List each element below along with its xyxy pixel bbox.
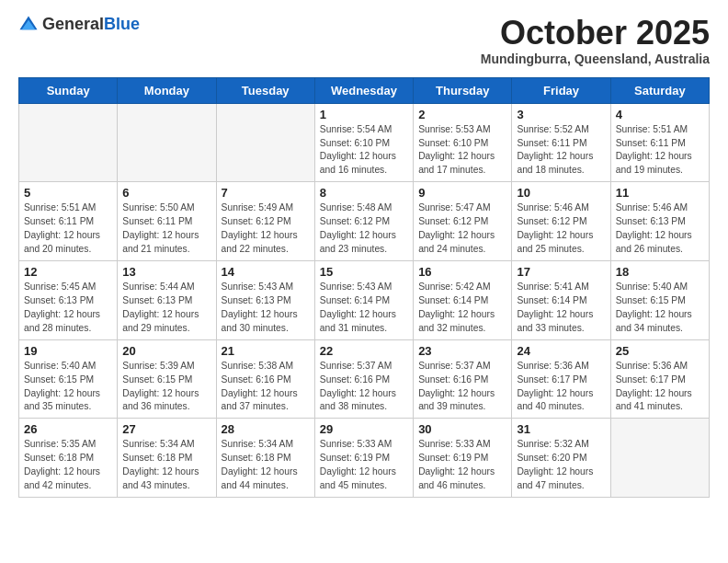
cell-info: Sunrise: 5:53 AMSunset: 6:10 PMDaylight:… bbox=[418, 123, 506, 178]
day-cell-27: 27Sunrise: 5:34 AMSunset: 6:18 PMDayligh… bbox=[118, 419, 216, 498]
cell-info: Sunrise: 5:49 AMSunset: 6:12 PMDaylight:… bbox=[222, 201, 310, 257]
cell-info: Sunrise: 5:36 AMSunset: 6:17 PMDaylight:… bbox=[616, 360, 704, 415]
day-cell-11: 11Sunrise: 5:46 AMSunset: 6:13 PMDayligh… bbox=[610, 182, 709, 261]
day-number: 25 bbox=[616, 344, 704, 358]
empty-cell bbox=[118, 103, 216, 182]
day-cell-31: 31Sunrise: 5:32 AMSunset: 6:20 PMDayligh… bbox=[512, 419, 610, 498]
day-number: 30 bbox=[418, 422, 506, 436]
day-cell-29: 29Sunrise: 5:33 AMSunset: 6:19 PMDayligh… bbox=[314, 419, 413, 498]
day-number: 24 bbox=[517, 344, 605, 358]
day-cell-20: 20Sunrise: 5:39 AMSunset: 6:15 PMDayligh… bbox=[118, 339, 216, 419]
day-cell-14: 14Sunrise: 5:43 AMSunset: 6:13 PMDayligh… bbox=[216, 260, 314, 339]
day-number: 3 bbox=[517, 108, 605, 121]
day-number: 1 bbox=[320, 108, 408, 121]
weekday-header-saturday: Saturday bbox=[610, 77, 709, 103]
day-cell-25: 25Sunrise: 5:36 AMSunset: 6:17 PMDayligh… bbox=[610, 339, 709, 419]
day-cell-16: 16Sunrise: 5:42 AMSunset: 6:14 PMDayligh… bbox=[414, 260, 512, 339]
day-cell-17: 17Sunrise: 5:41 AMSunset: 6:14 PMDayligh… bbox=[512, 260, 610, 339]
weekday-header-tuesday: Tuesday bbox=[216, 77, 314, 103]
month-title: October 2025 bbox=[481, 15, 710, 52]
day-number: 7 bbox=[222, 186, 310, 200]
day-number: 20 bbox=[122, 344, 210, 358]
week-row-5: 26Sunrise: 5:35 AMSunset: 6:18 PMDayligh… bbox=[19, 419, 710, 498]
day-number: 19 bbox=[24, 344, 112, 358]
cell-info: Sunrise: 5:37 AMSunset: 6:16 PMDaylight:… bbox=[418, 360, 506, 415]
cell-info: Sunrise: 5:38 AMSunset: 6:16 PMDaylight:… bbox=[222, 360, 310, 415]
cell-info: Sunrise: 5:51 AMSunset: 6:11 PMDaylight:… bbox=[24, 201, 112, 257]
weekday-header-friday: Friday bbox=[512, 77, 610, 103]
day-cell-2: 2Sunrise: 5:53 AMSunset: 6:10 PMDaylight… bbox=[414, 103, 512, 182]
cell-info: Sunrise: 5:50 AMSunset: 6:11 PMDaylight:… bbox=[122, 201, 210, 257]
day-cell-6: 6Sunrise: 5:50 AMSunset: 6:11 PMDaylight… bbox=[118, 182, 216, 261]
day-cell-13: 13Sunrise: 5:44 AMSunset: 6:13 PMDayligh… bbox=[118, 260, 216, 339]
day-number: 29 bbox=[320, 422, 408, 436]
weekday-header-sunday: Sunday bbox=[19, 77, 118, 103]
cell-info: Sunrise: 5:45 AMSunset: 6:13 PMDaylight:… bbox=[24, 281, 112, 336]
logo-text: GeneralBlue bbox=[42, 16, 140, 34]
cell-info: Sunrise: 5:33 AMSunset: 6:19 PMDaylight:… bbox=[320, 438, 408, 493]
day-cell-18: 18Sunrise: 5:40 AMSunset: 6:15 PMDayligh… bbox=[610, 260, 709, 339]
day-cell-21: 21Sunrise: 5:38 AMSunset: 6:16 PMDayligh… bbox=[216, 339, 314, 419]
title-area: October 2025 Mundingburra, Queensland, A… bbox=[481, 15, 710, 66]
day-cell-15: 15Sunrise: 5:43 AMSunset: 6:14 PMDayligh… bbox=[314, 260, 413, 339]
day-number: 11 bbox=[616, 186, 704, 200]
weekday-header-row: SundayMondayTuesdayWednesdayThursdayFrid… bbox=[19, 77, 710, 103]
cell-info: Sunrise: 5:34 AMSunset: 6:18 PMDaylight:… bbox=[122, 438, 210, 493]
day-cell-3: 3Sunrise: 5:52 AMSunset: 6:11 PMDaylight… bbox=[512, 103, 610, 182]
day-cell-19: 19Sunrise: 5:40 AMSunset: 6:15 PMDayligh… bbox=[19, 339, 118, 419]
day-cell-1: 1Sunrise: 5:54 AMSunset: 6:10 PMDaylight… bbox=[314, 103, 413, 182]
day-cell-10: 10Sunrise: 5:46 AMSunset: 6:12 PMDayligh… bbox=[512, 182, 610, 261]
day-cell-9: 9Sunrise: 5:47 AMSunset: 6:12 PMDaylight… bbox=[414, 182, 512, 261]
cell-info: Sunrise: 5:42 AMSunset: 6:14 PMDaylight:… bbox=[418, 281, 506, 336]
day-number: 2 bbox=[418, 108, 506, 121]
cell-info: Sunrise: 5:34 AMSunset: 6:18 PMDaylight:… bbox=[222, 438, 310, 493]
week-row-2: 5Sunrise: 5:51 AMSunset: 6:11 PMDaylight… bbox=[19, 182, 710, 261]
page-header: GeneralBlue October 2025 Mundingburra, Q… bbox=[18, 15, 710, 66]
day-number: 10 bbox=[517, 186, 605, 200]
day-number: 12 bbox=[24, 265, 112, 279]
day-number: 15 bbox=[320, 265, 408, 279]
weekday-header-monday: Monday bbox=[118, 77, 216, 103]
weekday-header-wednesday: Wednesday bbox=[314, 77, 413, 103]
day-number: 6 bbox=[122, 186, 210, 200]
day-cell-12: 12Sunrise: 5:45 AMSunset: 6:13 PMDayligh… bbox=[19, 260, 118, 339]
day-cell-4: 4Sunrise: 5:51 AMSunset: 6:11 PMDaylight… bbox=[610, 103, 709, 182]
day-cell-22: 22Sunrise: 5:37 AMSunset: 6:16 PMDayligh… bbox=[314, 339, 413, 419]
logo: GeneralBlue bbox=[18, 15, 140, 35]
day-number: 31 bbox=[517, 422, 605, 436]
cell-info: Sunrise: 5:39 AMSunset: 6:15 PMDaylight:… bbox=[122, 360, 210, 415]
day-number: 22 bbox=[320, 344, 408, 358]
day-cell-26: 26Sunrise: 5:35 AMSunset: 6:18 PMDayligh… bbox=[19, 419, 118, 498]
empty-cell bbox=[19, 103, 118, 182]
day-number: 21 bbox=[222, 344, 310, 358]
day-number: 23 bbox=[418, 344, 506, 358]
cell-info: Sunrise: 5:51 AMSunset: 6:11 PMDaylight:… bbox=[616, 123, 704, 178]
day-cell-5: 5Sunrise: 5:51 AMSunset: 6:11 PMDaylight… bbox=[19, 182, 118, 261]
cell-info: Sunrise: 5:41 AMSunset: 6:14 PMDaylight:… bbox=[517, 281, 605, 336]
weekday-header-thursday: Thursday bbox=[414, 77, 512, 103]
logo-general: General bbox=[42, 15, 104, 33]
cell-info: Sunrise: 5:48 AMSunset: 6:12 PMDaylight:… bbox=[320, 201, 408, 257]
cell-info: Sunrise: 5:43 AMSunset: 6:14 PMDaylight:… bbox=[320, 281, 408, 336]
day-number: 8 bbox=[320, 186, 408, 200]
cell-info: Sunrise: 5:37 AMSunset: 6:16 PMDaylight:… bbox=[320, 360, 408, 415]
day-cell-7: 7Sunrise: 5:49 AMSunset: 6:12 PMDaylight… bbox=[216, 182, 314, 261]
cell-info: Sunrise: 5:33 AMSunset: 6:19 PMDaylight:… bbox=[418, 438, 506, 493]
day-number: 16 bbox=[418, 265, 506, 279]
day-number: 18 bbox=[616, 265, 704, 279]
cell-info: Sunrise: 5:54 AMSunset: 6:10 PMDaylight:… bbox=[320, 123, 408, 178]
day-number: 9 bbox=[418, 186, 506, 200]
cell-info: Sunrise: 5:46 AMSunset: 6:12 PMDaylight:… bbox=[517, 201, 605, 257]
cell-info: Sunrise: 5:40 AMSunset: 6:15 PMDaylight:… bbox=[616, 281, 704, 336]
day-number: 17 bbox=[517, 265, 605, 279]
cell-info: Sunrise: 5:36 AMSunset: 6:17 PMDaylight:… bbox=[517, 360, 605, 415]
cell-info: Sunrise: 5:44 AMSunset: 6:13 PMDaylight:… bbox=[122, 281, 210, 336]
day-number: 5 bbox=[24, 186, 112, 200]
day-number: 28 bbox=[222, 422, 310, 436]
day-cell-30: 30Sunrise: 5:33 AMSunset: 6:19 PMDayligh… bbox=[414, 419, 512, 498]
empty-cell bbox=[610, 419, 709, 498]
day-cell-8: 8Sunrise: 5:48 AMSunset: 6:12 PMDaylight… bbox=[314, 182, 413, 261]
logo-blue: Blue bbox=[104, 15, 140, 33]
day-number: 26 bbox=[24, 422, 112, 436]
cell-info: Sunrise: 5:52 AMSunset: 6:11 PMDaylight:… bbox=[517, 123, 605, 178]
